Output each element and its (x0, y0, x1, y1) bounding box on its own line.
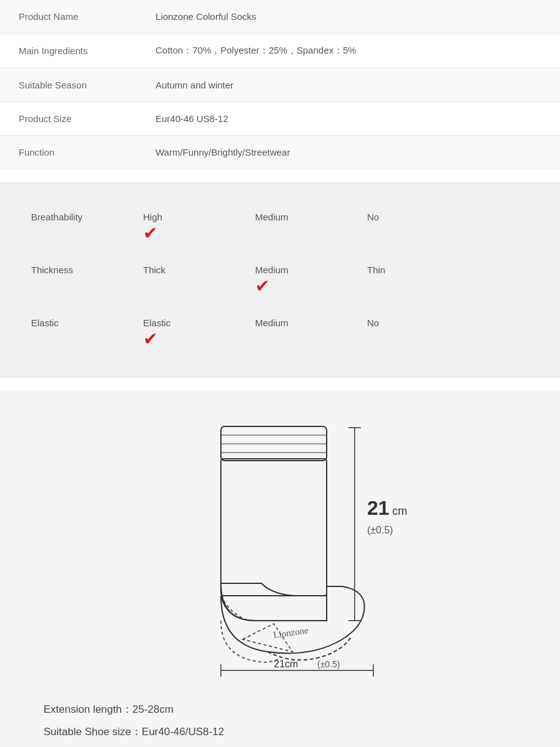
svg-text:(±0.5): (±0.5) (367, 525, 393, 535)
svg-rect-9 (221, 459, 327, 596)
size-notes: Extension length：25-28cmSuitable Shoe si… (25, 702, 535, 747)
size-section: 21 cm (±0.5) Lionzone (0, 390, 560, 747)
attr-value: Elastic✔ (137, 306, 249, 359)
sock-diagram: 21 cm (±0.5) Lionzone (106, 409, 454, 683)
product-row: Suitable SeasonAutumn and winter (0, 68, 560, 102)
product-value: Eur40-46 US8-12 (137, 102, 560, 136)
product-label: Function (0, 136, 137, 169)
size-note: Extension length：25-28cm (44, 702, 516, 718)
svg-text:21cm: 21cm (274, 659, 298, 669)
product-label: Product Name (0, 0, 137, 34)
attr-label: Thickness (25, 253, 137, 306)
attr-label: Elastic (25, 306, 137, 359)
product-row: Product NameLionzone Colorful Socks (0, 0, 560, 34)
attr-value: Thin (361, 253, 473, 306)
attr-value: No (361, 200, 473, 253)
product-value: Warm/Funny/Brightly/Streetwear (137, 136, 560, 169)
product-row: FunctionWarm/Funny/Brightly/Streetwear (0, 136, 560, 169)
svg-text:21 cm: 21 cm (367, 497, 408, 519)
attr-label: Breathability (25, 200, 137, 253)
attr-value: Thick (137, 253, 249, 306)
product-label: Product Size (0, 102, 137, 136)
product-info-table: Product NameLionzone Colorful SocksMain … (0, 0, 560, 169)
product-label: Suitable Season (0, 68, 137, 102)
attr-value: Medium (249, 306, 361, 359)
svg-text:Lionzone: Lionzone (273, 625, 309, 640)
attr-value: High✔ (137, 200, 249, 253)
attr-value: No (361, 306, 473, 359)
product-value: Lionzone Colorful Socks (137, 0, 560, 34)
size-note: Suitable Shoe size：Eur40-46/US8-12 (44, 724, 516, 740)
product-value: Cotton：70%，Polyester：25%，Spandex：5% (137, 34, 560, 68)
attr-value: Medium✔ (249, 253, 361, 306)
product-row: Product SizeEur40-46 US8-12 (0, 102, 560, 136)
attributes-section: BreathabilityHigh✔MediumNoThicknessThick… (0, 182, 560, 378)
product-label: Main Ingredients (0, 34, 137, 68)
attr-value: Medium (249, 200, 361, 253)
product-row: Main IngredientsCotton：70%，Polyester：25%… (0, 34, 560, 68)
svg-text:(±0.5): (±0.5) (317, 659, 340, 669)
product-value: Autumn and winter (137, 68, 560, 102)
